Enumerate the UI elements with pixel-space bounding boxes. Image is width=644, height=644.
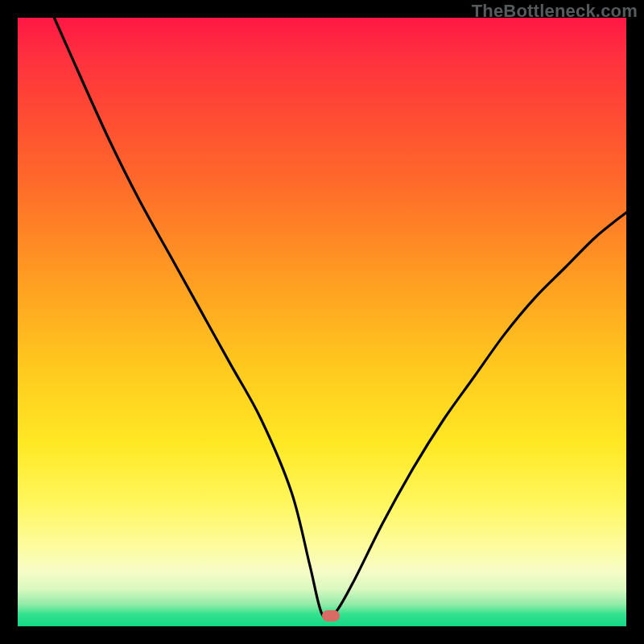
chart-frame: TheBottleneck.com	[0, 0, 644, 644]
bottleneck-curve	[18, 18, 626, 626]
optimal-point-marker	[322, 610, 340, 621]
watermark-text: TheBottleneck.com	[472, 1, 638, 22]
plot-area	[18, 18, 626, 626]
